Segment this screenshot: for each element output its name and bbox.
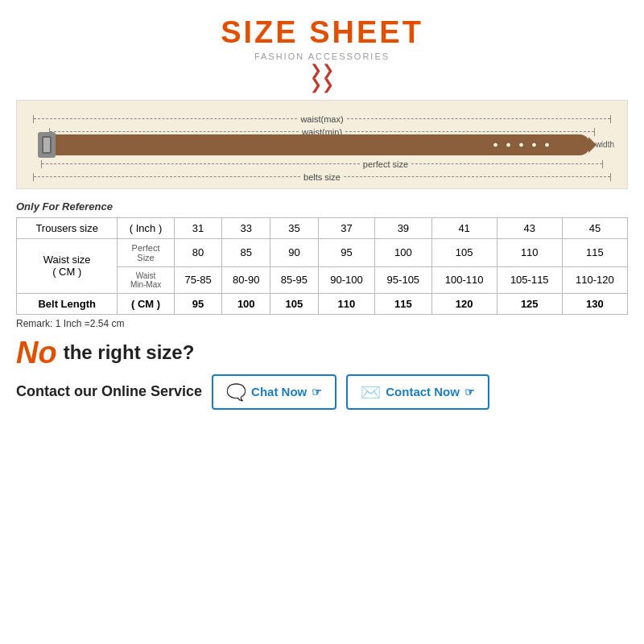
bottom-section: No the right size? Contact our Online Se… [16, 337, 628, 410]
col-inch: ( Inch ) [118, 217, 174, 238]
chat-now-label: Chat Now [251, 385, 307, 398]
bl-105: 105 [270, 293, 319, 314]
cell-115: 115 [562, 238, 627, 266]
chat-now-button[interactable]: 🗨️ Chat Now ☞ [212, 374, 336, 410]
bl-130: 130 [562, 293, 627, 314]
col-33: 33 [222, 217, 270, 238]
cell-100-110: 100-110 [431, 266, 497, 293]
bl-100: 100 [222, 293, 270, 314]
page: SIZE SHEET FASHION ACCESSORIES ❯❯❯❯ wais… [0, 0, 644, 644]
cell-80-90: 80-90 [222, 266, 270, 293]
bl-125: 125 [497, 293, 562, 314]
table-row-belt-length: Belt Length ( CM ) 95 100 105 110 115 12… [17, 293, 628, 314]
header: SIZE SHEET FASHION ACCESSORIES ❯❯❯❯ [16, 16, 628, 92]
waist-min-max-sub: WaistMin-Max [118, 266, 174, 293]
bl-120: 120 [431, 293, 497, 314]
col-35: 35 [270, 217, 319, 238]
mail-icon: ✉️ [361, 382, 381, 402]
col-45: 45 [562, 217, 627, 238]
waist-size-label: Waist size( CM ) [17, 238, 118, 293]
cell-85: 85 [222, 238, 270, 266]
belt-diagram-section: waist(max) waist(min) [16, 100, 628, 189]
size-table: Trousers size ( Inch ) 31 33 35 37 39 41… [16, 217, 628, 315]
hand-icon-2: ☞ [464, 386, 475, 398]
contact-now-button[interactable]: ✉️ Contact Now ☞ [346, 374, 489, 410]
belt-length-cm: ( CM ) [118, 293, 174, 314]
cell-105: 105 [431, 238, 497, 266]
cell-75-85: 75-85 [174, 266, 222, 293]
cell-100: 100 [375, 238, 431, 266]
bl-110: 110 [318, 293, 374, 314]
table-row: Waist size( CM ) PerfectSize 80 85 90 95… [17, 238, 628, 266]
cell-80: 80 [174, 238, 222, 266]
waist-max-label: waist(max) [297, 114, 346, 124]
perfect-size-label: perfect size [360, 159, 411, 169]
no-label: No [16, 337, 57, 368]
cell-110-120: 110-120 [562, 266, 627, 293]
cell-105-115: 105-115 [497, 266, 562, 293]
col-37: 37 [318, 217, 374, 238]
col-41: 41 [431, 217, 497, 238]
col-39: 39 [375, 217, 431, 238]
cell-90: 90 [270, 238, 319, 266]
bl-95: 95 [174, 293, 222, 314]
cell-95: 95 [318, 238, 374, 266]
perfect-size-sub: PerfectSize [118, 238, 174, 266]
reference-text: Only For Reference [16, 200, 628, 213]
no-size-line: No the right size? [16, 337, 628, 368]
page-title: SIZE SHEET [16, 16, 628, 50]
belts-size-label: belts size [300, 172, 344, 182]
col-43: 43 [497, 217, 562, 238]
remark: Remark: 1 Inch =2.54 cm [16, 318, 628, 329]
col-31: 31 [174, 217, 222, 238]
cell-95-105: 95-105 [375, 266, 431, 293]
hand-icon: ☞ [312, 386, 322, 398]
right-size-question: the right size? [64, 341, 195, 364]
cell-110: 110 [497, 238, 562, 266]
chat-icon: 🗨️ [226, 382, 246, 402]
col-trousers-size: Trousers size [17, 217, 118, 238]
chevrons-icon: ❯❯❯❯ [16, 63, 628, 92]
width-label: width [596, 140, 614, 149]
contact-line: Contact our Online Service 🗨️ Chat Now ☞… [16, 374, 628, 410]
contact-now-label: Contact Now [386, 385, 460, 398]
cell-90-100: 90-100 [318, 266, 374, 293]
contact-service-label: Contact our Online Service [16, 383, 202, 400]
belt-length-label: Belt Length [17, 293, 118, 314]
bl-115: 115 [375, 293, 431, 314]
cell-85-95: 85-95 [270, 266, 319, 293]
header-subtitle: FASHION ACCESSORIES [16, 52, 628, 61]
